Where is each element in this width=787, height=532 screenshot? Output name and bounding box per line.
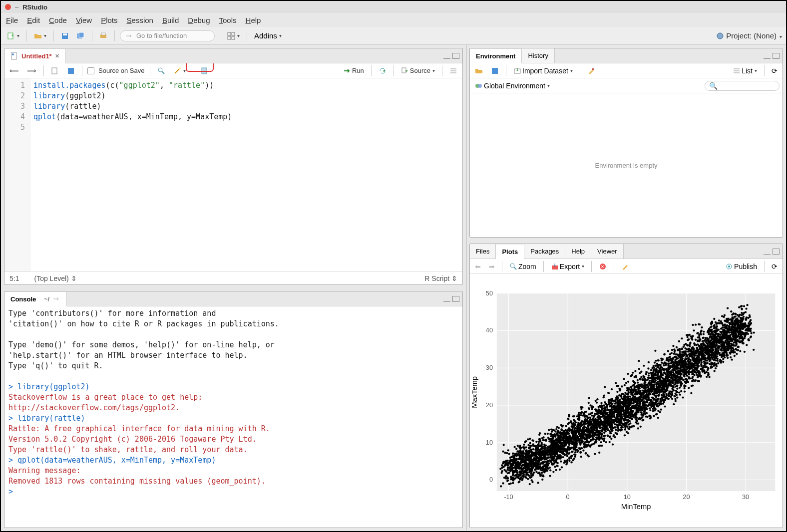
minimize-pane-icon[interactable] — [764, 53, 771, 59]
tab-history[interactable]: History — [522, 48, 554, 63]
publish-button[interactable]: Publish — [723, 262, 759, 271]
maximize-pane-icon[interactable] — [452, 296, 459, 302]
svg-point-948 — [548, 429, 550, 431]
scope-selector[interactable]: Global Environment — [473, 81, 552, 91]
svg-point-3293 — [549, 459, 551, 461]
minimize-icon[interactable]: – — [15, 3, 18, 11]
source-on-save-checkbox[interactable] — [87, 67, 94, 74]
rerun-icon[interactable] — [377, 66, 389, 76]
forward-icon[interactable]: ⟹ — [25, 66, 38, 75]
language-selector[interactable]: R Script ⇕ — [424, 274, 457, 282]
minimize-pane-icon[interactable] — [443, 53, 450, 59]
svg-point-2936 — [736, 349, 738, 351]
grid-button[interactable] — [225, 31, 242, 41]
close-tab-icon[interactable]: ✕ — [55, 53, 59, 59]
refresh-icon[interactable]: ⟳ — [770, 66, 780, 76]
tab-environment[interactable]: Environment — [470, 49, 522, 63]
svg-point-4669 — [633, 405, 635, 407]
svg-point-4470 — [616, 411, 618, 413]
svg-point-4949 — [534, 455, 536, 457]
svg-point-1481 — [713, 318, 715, 320]
console-tab[interactable]: Console ~/ — [4, 292, 67, 306]
plot-prev-icon[interactable]: ⬅ — [473, 262, 483, 271]
tab-help[interactable]: Help — [565, 244, 591, 259]
back-icon[interactable]: ⟸ — [7, 66, 21, 75]
new-file-button[interactable]: + — [5, 31, 21, 41]
close-icon[interactable] — [5, 4, 11, 10]
maximize-pane-icon[interactable] — [773, 249, 780, 255]
maximize-pane-icon[interactable] — [452, 53, 459, 59]
tab-viewer[interactable]: Viewer — [591, 244, 624, 259]
svg-point-4648 — [732, 349, 734, 351]
menu-session[interactable]: Session — [127, 16, 153, 24]
svg-point-4775 — [571, 447, 573, 449]
goto-file-input[interactable]: Go to file/function — [120, 30, 215, 41]
menu-plots[interactable]: Plots — [101, 16, 117, 24]
svg-point-4329 — [521, 452, 523, 454]
svg-point-4532 — [673, 395, 675, 397]
svg-point-3224 — [607, 409, 609, 411]
console-output[interactable]: Type 'contributors()' for more informati… — [4, 306, 462, 528]
svg-point-3085 — [588, 407, 590, 409]
save-all-button[interactable] — [75, 31, 87, 41]
open-file-button[interactable] — [32, 31, 48, 41]
menu-edit[interactable]: Edit — [27, 16, 40, 24]
outline-icon[interactable] — [447, 66, 459, 76]
remove-plot-icon[interactable] — [597, 262, 609, 271]
svg-point-4582 — [630, 393, 632, 395]
find-icon[interactable] — [155, 66, 167, 76]
menu-debug[interactable]: Debug — [188, 16, 210, 24]
menu-build[interactable]: Build — [162, 16, 179, 24]
code-editor[interactable]: install.packages(c("ggplot2", "rattle"))… — [30, 78, 462, 271]
addins-button[interactable]: Addins — [252, 30, 284, 41]
source-button[interactable]: Source — [399, 66, 437, 76]
clear-workspace-icon[interactable] — [585, 66, 597, 76]
refresh-plot-icon[interactable]: ⟳ — [770, 262, 780, 271]
svg-point-4765 — [664, 391, 666, 393]
svg-point-4599 — [668, 357, 670, 359]
scope-selector[interactable]: (Top Level) ⇕ — [34, 274, 76, 282]
zoom-button[interactable]: Zoom — [507, 262, 538, 271]
minimize-pane-icon[interactable] — [764, 249, 771, 255]
save-source-icon[interactable] — [65, 66, 77, 76]
plot-next-icon[interactable]: ➡ — [487, 262, 497, 271]
tab-files[interactable]: Files — [470, 244, 496, 259]
run-button[interactable]: Run — [341, 66, 366, 76]
tab-plots[interactable]: Plots — [496, 245, 524, 259]
export-button[interactable]: Export — [549, 262, 586, 271]
wand-icon[interactable] — [171, 66, 188, 76]
save-button[interactable] — [59, 31, 71, 41]
env-search-input[interactable]: 🔍 — [705, 81, 780, 91]
project-menu[interactable]: Project: (None) — [716, 31, 782, 40]
svg-point-3327 — [619, 388, 621, 390]
svg-point-4032 — [738, 333, 740, 335]
svg-point-4273 — [588, 413, 590, 415]
maximize-pane-icon[interactable] — [773, 53, 780, 59]
save-workspace-icon[interactable] — [489, 66, 501, 76]
popout-icon[interactable] — [52, 295, 60, 303]
import-dataset-button[interactable]: Import Dataset — [511, 66, 575, 76]
svg-text:20: 20 — [486, 401, 493, 409]
menu-code[interactable]: Code — [49, 16, 67, 24]
menu-file[interactable]: File — [6, 16, 18, 24]
svg-point-1537 — [531, 439, 533, 441]
svg-point-2117 — [560, 428, 562, 430]
menubar: File Edit Code View Plots Session Build … — [1, 13, 786, 27]
menu-view[interactable]: View — [76, 16, 92, 24]
source-tab[interactable]: Untitled1* ✕ — [4, 49, 66, 63]
svg-point-4558 — [562, 439, 564, 441]
svg-point-3961 — [711, 349, 713, 351]
menu-help[interactable]: Help — [246, 16, 261, 24]
print-button[interactable] — [97, 31, 109, 41]
clear-plots-icon[interactable] — [619, 262, 631, 271]
load-workspace-icon[interactable] — [473, 66, 485, 76]
list-view-button[interactable]: List — [731, 66, 759, 76]
menu-tools[interactable]: Tools — [219, 16, 237, 24]
minimize-pane-icon[interactable] — [443, 296, 450, 302]
svg-point-4943 — [567, 441, 569, 443]
tab-packages[interactable]: Packages — [524, 244, 565, 259]
svg-point-4358 — [601, 422, 603, 424]
show-in-new-icon[interactable] — [49, 66, 61, 76]
svg-point-2583 — [673, 403, 675, 405]
svg-point-4917 — [531, 452, 533, 454]
